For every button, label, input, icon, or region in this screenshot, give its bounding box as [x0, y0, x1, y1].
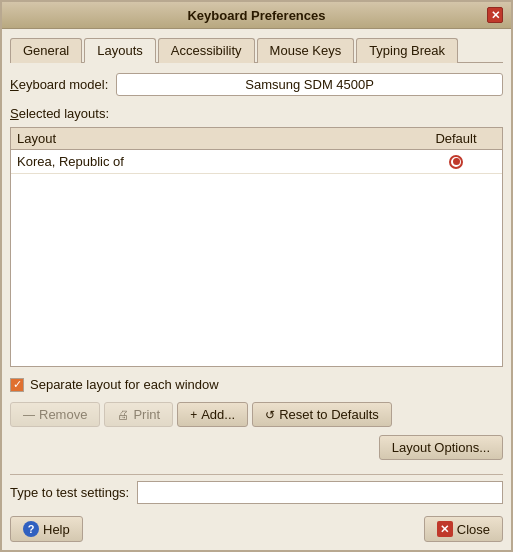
remove-label: Remove — [39, 407, 87, 422]
reset-button[interactable]: ↺ Reset to Defaults — [252, 402, 392, 427]
close-button[interactable]: ✕ Close — [424, 516, 503, 542]
table-row[interactable]: Korea, Republic of — [11, 150, 502, 174]
print-button[interactable]: 🖨 Print — [104, 402, 173, 427]
close-label: Close — [457, 522, 490, 537]
type-test-row: Type to test settings: — [10, 481, 503, 504]
table-body: Korea, Republic of — [11, 150, 502, 366]
selected-layouts-label: Selected layouts: — [10, 106, 503, 121]
print-icon: 🖨 — [117, 408, 129, 422]
layout-cell: Korea, Republic of — [17, 154, 416, 169]
table-header: Layout Default — [11, 128, 502, 150]
layouts-table: Layout Default Korea, Republic of — [10, 127, 503, 367]
reset-label: Reset to Defaults — [279, 407, 379, 422]
separate-layout-checkbox[interactable]: ✓ — [10, 378, 24, 392]
help-label: Help — [43, 522, 70, 537]
separate-layout-row: ✓ Separate layout for each window — [10, 377, 503, 392]
tab-general[interactable]: General — [10, 38, 82, 63]
col-layout-header: Layout — [17, 131, 416, 146]
default-cell — [416, 155, 496, 169]
tab-accessibility[interactable]: Accessibility — [158, 38, 255, 63]
window-title: Keyboard Preferences — [26, 8, 487, 23]
help-icon: ? — [23, 521, 39, 537]
separate-layout-label: Separate layout for each window — [30, 377, 219, 392]
close-window-button[interactable]: ✕ — [487, 7, 503, 23]
titlebar: Keyboard Preferences ✕ — [2, 2, 511, 29]
add-label: Add... — [201, 407, 235, 422]
help-button[interactable]: ? Help — [10, 516, 83, 542]
keyboard-model-dropdown[interactable]: Samsung SDM 4500P — [116, 73, 503, 96]
checkbox-check: ✓ — [13, 378, 22, 391]
col-default-header: Default — [416, 131, 496, 146]
separator — [10, 474, 503, 475]
type-test-input[interactable] — [137, 481, 503, 504]
tab-mouse-keys[interactable]: Mouse Keys — [257, 38, 355, 63]
tab-bar: General Layouts Accessibility Mouse Keys… — [10, 37, 503, 63]
layout-options-row: Layout Options... — [10, 435, 503, 460]
add-button[interactable]: + Add... — [177, 402, 248, 427]
remove-icon: — — [23, 408, 35, 422]
tab-typing-break[interactable]: Typing Break — [356, 38, 458, 63]
print-label: Print — [133, 407, 160, 422]
default-radio[interactable] — [449, 155, 463, 169]
reset-icon: ↺ — [265, 408, 275, 422]
bottom-row: ? Help ✕ Close — [10, 514, 503, 542]
layout-options-label: Layout Options... — [392, 440, 490, 455]
close-x-icon: ✕ — [437, 521, 453, 537]
keyboard-preferences-window: Keyboard Preferences ✕ General Layouts A… — [0, 0, 513, 552]
tab-layouts[interactable]: Layouts — [84, 38, 156, 63]
keyboard-model-row: Keyboard model: Samsung SDM 4500P — [10, 73, 503, 96]
keyboard-model-label: Keyboard model: — [10, 77, 108, 92]
remove-button[interactable]: — Remove — [10, 402, 100, 427]
action-buttons-row: — Remove 🖨 Print + Add... ↺ Reset to Def… — [10, 402, 503, 427]
add-icon: + — [190, 408, 197, 422]
type-test-label: Type to test settings: — [10, 485, 129, 500]
layout-options-button[interactable]: Layout Options... — [379, 435, 503, 460]
main-content: General Layouts Accessibility Mouse Keys… — [2, 29, 511, 550]
